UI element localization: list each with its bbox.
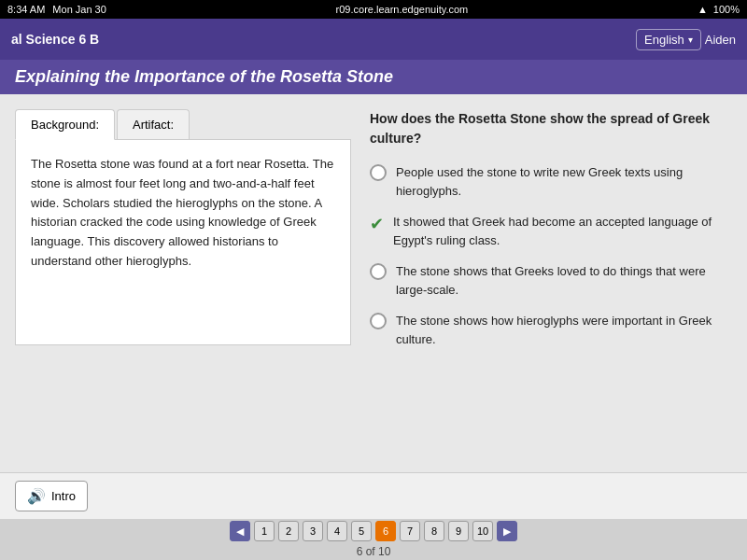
nav-bar: al Science 6 B English ▾ Aiden (0, 19, 747, 60)
battery-display: 100% (713, 4, 740, 15)
status-bar-left: 8:34 AM Mon Jan 30 (7, 4, 106, 15)
page-count: 6 of 10 (357, 545, 391, 558)
right-panel: How does the Rosetta Stone show the spre… (370, 109, 732, 425)
bottom-bar: 🔊 Intro (0, 472, 747, 519)
pagination-bar: ◀ 1 2 3 4 5 6 7 8 9 10 ▶ 6 of 10 (0, 519, 747, 560)
page-heading: Explaining the Importance of the Rosetta… (0, 60, 747, 94)
page-btn-2[interactable]: 2 (278, 521, 299, 541)
status-bar: 8:34 AM Mon Jan 30 r09.core.learn.edgenu… (0, 0, 747, 19)
user-name: Aiden (705, 33, 736, 47)
radio-a[interactable] (370, 164, 387, 181)
chevron-down-icon: ▾ (688, 35, 693, 45)
language-label: English (644, 33, 684, 47)
answer-option-a[interactable]: People used the stone to write new Greek… (370, 163, 732, 200)
next-page-button[interactable]: ▶ (497, 521, 517, 541)
radio-d[interactable] (370, 313, 387, 329)
prev-page-button[interactable]: ◀ (230, 521, 250, 541)
page-btn-10[interactable]: 10 (472, 521, 493, 541)
page-btn-6[interactable]: 6 (375, 521, 396, 541)
subject-title: al Science 6 B (11, 32, 161, 47)
pagination-controls: ◀ 1 2 3 4 5 6 7 8 9 10 ▶ (230, 521, 517, 541)
intro-button-label: Intro (51, 489, 76, 503)
question-text: How does the Rosetta Stone show the spre… (370, 109, 732, 148)
speaker-icon: 🔊 (27, 487, 46, 505)
answer-option-b[interactable]: ✔ It showed that Greek had become an acc… (370, 213, 732, 249)
answer-text-d: The stone shows how hieroglyphs were imp… (396, 312, 732, 348)
page-btn-9[interactable]: 9 (448, 521, 469, 541)
answer-option-d[interactable]: The stone shows how hieroglyphs were imp… (370, 312, 732, 348)
tab-artifact[interactable]: Artifact: (117, 109, 190, 139)
page-btn-1[interactable]: 1 (254, 521, 275, 541)
page-btn-3[interactable]: 3 (303, 521, 323, 541)
tab-list: Background: Artifact: (15, 109, 351, 140)
page-btn-5[interactable]: 5 (351, 521, 372, 541)
intro-button[interactable]: 🔊 Intro (15, 481, 88, 511)
radio-c[interactable] (370, 263, 387, 280)
background-content: The Rosetta stone was found at a fort ne… (15, 140, 351, 345)
page-btn-4[interactable]: 4 (327, 521, 347, 541)
page-btn-7[interactable]: 7 (400, 521, 420, 541)
date-display: Mon Jan 30 (52, 4, 106, 15)
answer-text-c: The stone shows that Greeks loved to do … (396, 262, 732, 299)
url-display: r09.core.learn.edgenuity.com (336, 4, 469, 15)
time-display: 8:34 AM (7, 4, 45, 15)
page-btn-8[interactable]: 8 (424, 521, 444, 541)
wifi-icon: ▲ (698, 4, 708, 15)
tab-background[interactable]: Background: (15, 109, 115, 140)
main-content: Background: Artifact: The Rosetta stone … (0, 94, 747, 440)
background-text: The Rosetta stone was found at a fort ne… (31, 157, 333, 268)
answer-option-c[interactable]: The stone shows that Greeks loved to do … (370, 262, 732, 299)
checkmark-icon: ✔ (370, 212, 384, 237)
nav-bar-right: English ▾ Aiden (586, 29, 736, 50)
answer-text-b: It showed that Greek had become an accep… (393, 213, 732, 249)
answer-text-a: People used the stone to write new Greek… (396, 163, 732, 200)
left-panel: Background: Artifact: The Rosetta stone … (15, 109, 351, 425)
language-selector[interactable]: English ▾ (636, 29, 701, 50)
status-bar-right: ▲ 100% (698, 4, 740, 15)
